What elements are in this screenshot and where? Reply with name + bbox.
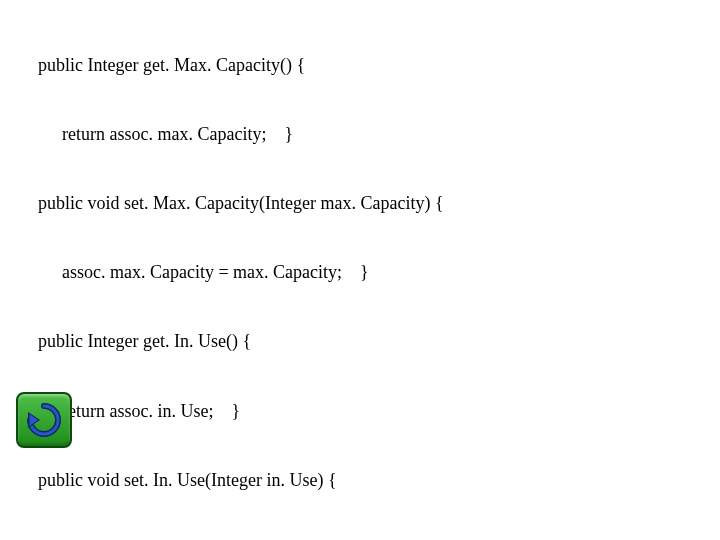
back-button[interactable] (16, 392, 72, 448)
code-line: return assoc. max. Capacity; } (0, 123, 720, 146)
code-line: assoc. max. Capacity = max. Capacity; } (0, 261, 720, 284)
code-line: public void set. In. Use(Integer in. Use… (0, 469, 720, 492)
return-arrow-icon (24, 400, 64, 440)
code-block: public Integer get. Max. Capacity() { re… (0, 8, 720, 540)
slide: public Integer get. Max. Capacity() { re… (0, 0, 720, 540)
code-line: return assoc. in. Use; } (0, 400, 720, 423)
code-line: public Integer get. Max. Capacity() { (0, 54, 720, 77)
code-line: public void set. Max. Capacity(Integer m… (0, 192, 720, 215)
code-line: public Integer get. In. Use() { (0, 330, 720, 353)
